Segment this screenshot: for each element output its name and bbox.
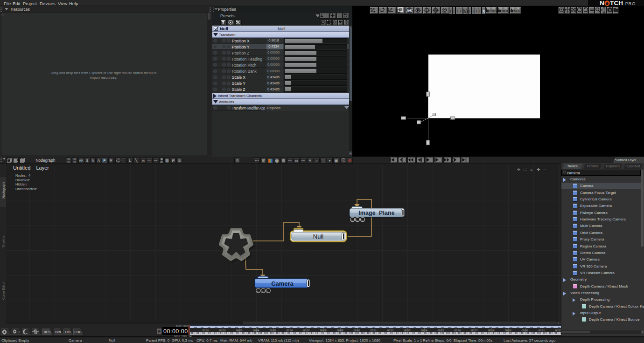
svg-text:Null: Null xyxy=(313,233,324,240)
svg-text:L: L xyxy=(426,8,428,13)
svg-text:P: P xyxy=(417,8,419,13)
svg-text:W: W xyxy=(434,9,437,12)
svg-text:Camera: Camera xyxy=(271,280,294,287)
svg-text:C: C xyxy=(443,8,446,13)
svg-text:Image Plane: Image Plane xyxy=(358,210,395,216)
